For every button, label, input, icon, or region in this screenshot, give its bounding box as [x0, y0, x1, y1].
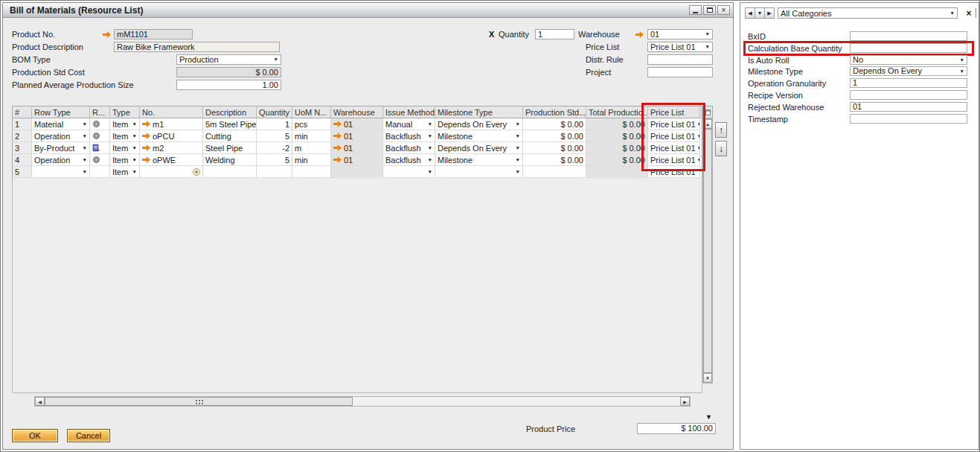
- scroll-right-icon[interactable]: ▶: [680, 397, 690, 406]
- uom-cell[interactable]: pcs: [292, 118, 331, 130]
- panel-field-input[interactable]: ▼: [850, 90, 967, 100]
- column-header[interactable]: Description: [203, 106, 257, 118]
- type-cell[interactable]: Item: [110, 142, 140, 154]
- link-arrow-icon[interactable]: [333, 133, 342, 139]
- panel-field-input[interactable]: 01 ▼: [850, 102, 967, 112]
- row-type-cell[interactable]: Material: [32, 118, 90, 130]
- minimize-button[interactable]: [689, 5, 702, 15]
- row-number-cell[interactable]: 1: [13, 118, 32, 130]
- item-no-cell[interactable]: m2: [140, 142, 203, 154]
- milestone-type-cell[interactable]: Milestone: [435, 130, 523, 142]
- window-titlebar[interactable]: Bill of Materials (Resource List) ×: [3, 3, 733, 18]
- description-cell[interactable]: Steel Pipe: [203, 142, 257, 154]
- column-header[interactable]: Price List: [648, 106, 700, 118]
- issue-method-cell[interactable]: Backflush: [383, 130, 435, 142]
- uom-cell[interactable]: m: [292, 142, 331, 154]
- close-button[interactable]: ×: [717, 5, 730, 15]
- uom-cell[interactable]: min: [292, 130, 331, 142]
- item-no-cell[interactable]: m1: [140, 118, 203, 130]
- quantity-cell[interactable]: 5: [257, 154, 292, 166]
- move-row-up-button[interactable]: ↑: [715, 122, 727, 138]
- type-cell[interactable]: Item: [110, 130, 140, 142]
- warehouse-cell[interactable]: 01: [331, 130, 383, 142]
- link-arrow-icon[interactable]: [142, 156, 150, 163]
- column-header[interactable]: Row Type: [32, 106, 90, 118]
- panel-field-input[interactable]: 1 ▼: [850, 78, 967, 88]
- scroll-left-icon[interactable]: ◀: [35, 397, 45, 406]
- column-header[interactable]: Production Std...: [523, 106, 586, 118]
- product-description-field[interactable]: Raw Bike Framework: [114, 42, 280, 52]
- nav-dropdown-button[interactable]: ▼: [755, 7, 765, 19]
- column-header[interactable]: #: [13, 106, 32, 118]
- row-type-cell[interactable]: By-Product: [32, 142, 90, 154]
- row-number-cell[interactable]: 3: [13, 142, 32, 154]
- uom-cell[interactable]: [292, 166, 331, 178]
- vertical-scrollbar[interactable]: ▲ ▼: [702, 118, 713, 383]
- warehouse-cell[interactable]: 01: [331, 154, 383, 166]
- description-cell[interactable]: Cutting: [203, 130, 257, 142]
- grid-settings-icon[interactable]: [702, 106, 713, 118]
- column-header[interactable]: Total Productio...: [586, 106, 648, 118]
- column-header[interactable]: Issue Method: [383, 106, 435, 118]
- link-arrow-icon[interactable]: [142, 144, 150, 151]
- move-row-down-button[interactable]: ↓: [715, 141, 727, 156]
- row-type-cell[interactable]: Operation: [32, 130, 90, 142]
- price-list-cell[interactable]: Price List 01: [648, 142, 700, 154]
- production-std-cost-cell[interactable]: $ 0.00: [523, 154, 586, 166]
- description-cell[interactable]: 5m Steel Pipe: [203, 118, 257, 130]
- panel-field-input[interactable]: ▼: [850, 43, 967, 53]
- warehouse-cell[interactable]: [331, 166, 383, 178]
- item-no-cell[interactable]: [140, 166, 203, 178]
- ok-button[interactable]: OK: [12, 429, 58, 442]
- column-header[interactable]: R...: [90, 106, 110, 118]
- type-cell[interactable]: Item: [110, 118, 140, 130]
- production-std-cost-cell[interactable]: $ 0.00: [523, 142, 586, 154]
- warehouse-cell[interactable]: 01: [331, 118, 383, 130]
- price-list-cell[interactable]: Price List 01: [648, 154, 700, 166]
- planned-avg-size-field[interactable]: 1.00: [176, 80, 281, 90]
- issue-method-cell[interactable]: Backflush: [383, 154, 435, 166]
- uom-cell[interactable]: min: [292, 154, 331, 166]
- milestone-type-cell[interactable]: Depends On Every: [435, 142, 523, 154]
- row-number-cell[interactable]: 2: [13, 130, 32, 142]
- column-header[interactable]: Milestone Type: [435, 106, 523, 118]
- panel-field-input[interactable]: ▼: [850, 31, 967, 41]
- quantity-cell[interactable]: [257, 166, 292, 178]
- quantity-cell[interactable]: -2: [257, 142, 292, 154]
- distr-rule-field[interactable]: [647, 54, 713, 65]
- price-list-cell[interactable]: Price List 01: [648, 166, 700, 178]
- link-arrow-icon[interactable]: [103, 31, 111, 38]
- item-no-cell[interactable]: oPCU: [140, 130, 203, 142]
- vertical-scroll-thumb[interactable]: [703, 129, 712, 373]
- description-cell[interactable]: Welding: [203, 154, 257, 166]
- quantity-field[interactable]: 1: [535, 29, 574, 39]
- panel-field-input[interactable]: No ▼: [850, 55, 967, 65]
- column-header[interactable]: Warehouse: [331, 106, 383, 118]
- milestone-type-cell[interactable]: Milestone: [435, 154, 523, 166]
- panel-field-input[interactable]: Depends On Every ▼: [850, 66, 967, 76]
- more-rows-icon[interactable]: ▼: [705, 414, 712, 421]
- link-arrow-icon[interactable]: [142, 133, 150, 139]
- category-dropdown[interactable]: All Categories: [778, 7, 958, 19]
- link-arrow-icon[interactable]: [635, 31, 644, 38]
- scroll-up-icon[interactable]: ▲: [703, 119, 712, 129]
- price-list-cell[interactable]: Price List 01: [648, 118, 700, 130]
- column-header[interactable]: UoM N...: [292, 106, 331, 118]
- row-number-cell[interactable]: 4: [13, 154, 32, 166]
- product-no-field[interactable]: mM1101: [114, 29, 193, 39]
- row-type-cell[interactable]: Operation: [32, 154, 90, 166]
- description-cell[interactable]: [203, 166, 257, 178]
- link-arrow-icon[interactable]: [142, 121, 150, 127]
- production-std-cost-cell[interactable]: $ 0.00: [523, 130, 586, 142]
- link-arrow-icon[interactable]: [333, 121, 342, 127]
- column-header[interactable]: No.: [140, 106, 203, 118]
- link-arrow-icon[interactable]: [333, 144, 342, 151]
- type-cell[interactable]: Item: [110, 166, 140, 178]
- issue-method-cell[interactable]: [383, 166, 435, 178]
- panel-close-button[interactable]: ×: [964, 8, 974, 19]
- chevron-down-icon[interactable]: ▼: [960, 67, 964, 75]
- bom-type-dropdown[interactable]: Production: [176, 54, 281, 65]
- nav-next-button[interactable]: ▶: [764, 7, 775, 19]
- issue-method-cell[interactable]: Manual: [383, 118, 435, 130]
- item-no-cell[interactable]: oPWE: [140, 154, 203, 166]
